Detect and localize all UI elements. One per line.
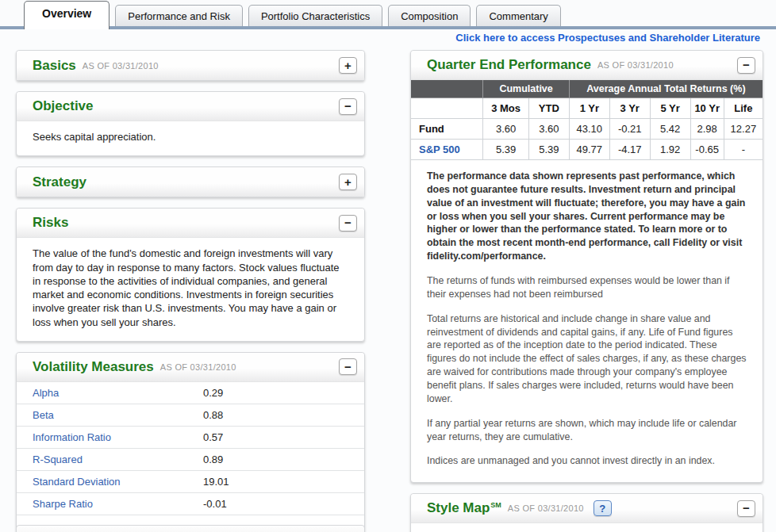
style-map-title: Style MapSM (427, 500, 501, 516)
table-cell: 12.27 (724, 119, 763, 140)
standard-deviation-link[interactable]: Standard Deviation (17, 471, 190, 492)
style-map-as-of: AS OF 03/31/2010 (508, 503, 584, 513)
fund-row-label: Fund (411, 119, 483, 140)
performance-disclaimer: The performance data shown represents pa… (411, 160, 763, 482)
r-squared-value: 0.89 (190, 449, 364, 470)
risks-collapse-button[interactable]: − (339, 215, 357, 232)
information-ratio-value: 0.57 (190, 427, 364, 448)
disclaimer-paragraph: Indices are unmanaged and you cannot inv… (427, 454, 747, 468)
risks-body: The value of the fund's domestic and for… (17, 238, 364, 341)
style-map-body: Value Blend Growth Large Mid Curre (411, 523, 763, 532)
style-map-header: Style MapSM AS OF 03/31/2010 ? − (411, 494, 763, 523)
risks-panel: Risks − The value of the fund's domestic… (16, 208, 365, 342)
empty-header-cell (411, 80, 483, 98)
table-cell: 1.92 (650, 140, 690, 160)
table-cell: - (724, 140, 763, 160)
prospectus-link[interactable]: Click here to access Prospectuses and Sh… (455, 32, 760, 44)
tab-commentary[interactable]: Commentary (476, 5, 560, 26)
information-ratio-link[interactable]: Information Ratio (17, 427, 190, 448)
beta-link[interactable]: Beta (17, 404, 190, 426)
tab-overview[interactable]: Overview (24, 1, 109, 29)
disclaimer-paragraph: Total returns are historical and include… (427, 312, 747, 406)
average-returns-group-header: Average Annual Total Returns (%) (569, 80, 763, 98)
table-cell: -4.17 (609, 140, 650, 160)
style-map-collapse-button[interactable]: − (737, 500, 755, 517)
volatility-table: Alpha 0.29 Beta 0.88 Information Ratio 0… (17, 382, 364, 515)
objective-header: Objective − (17, 92, 364, 121)
col-header: 5 Yr (650, 98, 690, 119)
table-cell: -0.65 (690, 140, 724, 160)
performance-collapse-button[interactable]: − (737, 57, 755, 74)
strategy-expand-button[interactable]: + (339, 174, 357, 190)
basics-title: Basics (33, 58, 76, 74)
right-column: Quarter End Performance AS OF 03/31/2010… (410, 50, 763, 532)
tab-composition[interactable]: Composition (388, 5, 471, 26)
table-row: Information Ratio 0.57 (17, 427, 364, 449)
table-row: Beta 0.88 (17, 404, 364, 427)
objective-body: Seeks capital appreciation. (17, 121, 364, 155)
col-header: Life (724, 98, 763, 119)
table-row: 3 Mos YTD 1 Yr 3 Yr 5 Yr 10 Yr Life (411, 98, 763, 119)
risks-title: Risks (33, 215, 68, 231)
performance-title: Quarter End Performance (427, 57, 591, 73)
beta-value: 0.88 (190, 404, 364, 426)
table-row: S&P 500 5.39 5.39 49.77 -4.17 1.92 -0.65… (411, 140, 763, 160)
volatility-collapse-button[interactable]: − (339, 358, 357, 375)
cumulative-group-header: Cumulative (483, 80, 570, 98)
risks-header: Risks − (17, 209, 364, 238)
volatility-header: Volatility Measures AS OF 03/31/2010 − (17, 353, 364, 382)
sp500-link[interactable]: S&P 500 (411, 140, 483, 160)
table-cell: 5.39 (528, 140, 569, 160)
performance-header: Quarter End Performance AS OF 03/31/2010… (411, 51, 763, 80)
tab-portfolio-characteristics[interactable]: Portfolio Characteristics (248, 5, 382, 26)
table-cell: 43.10 (569, 119, 609, 140)
partial-panel (16, 525, 365, 532)
table-cell: 5.39 (483, 140, 529, 160)
table-row: Standard Deviation 19.01 (17, 471, 364, 493)
tab-performance-and-risk[interactable]: Performance and Risk (115, 5, 243, 26)
disclaimer-paragraph: The returns of funds with reimbursed exp… (427, 274, 747, 301)
empty-header-cell (411, 98, 483, 119)
table-cell: 3.60 (528, 119, 569, 140)
sharpe-ratio-link[interactable]: Sharpe Ratio (17, 493, 190, 515)
table-cell: 2.98 (690, 119, 724, 140)
col-header: 3 Yr (609, 98, 650, 119)
table-row: Alpha 0.29 (17, 382, 364, 404)
volatility-panel: Volatility Measures AS OF 03/31/2010 − A… (16, 352, 365, 532)
disclaimer-paragraph: The performance data shown represents pa… (427, 170, 747, 263)
style-map-superscript: SM (490, 501, 501, 509)
basics-expand-button[interactable]: + (339, 57, 357, 74)
col-header: 10 Yr (690, 98, 724, 119)
table-cell: 3.60 (483, 119, 529, 140)
objective-panel: Objective − Seeks capital appreciation. (16, 91, 365, 156)
strategy-header: Strategy + (17, 167, 364, 197)
basics-panel: Basics AS OF 03/31/2010 + (16, 50, 365, 81)
col-header: 3 Mos (483, 98, 529, 119)
help-icon[interactable]: ? (594, 500, 612, 516)
basics-as-of: AS OF 03/31/2010 (83, 61, 159, 71)
basics-header: Basics AS OF 03/31/2010 + (17, 51, 364, 80)
left-column: Basics AS OF 03/31/2010 + Objective − Se… (16, 50, 365, 532)
table-cell: 49.77 (569, 140, 609, 160)
tab-bar: Overview Performance and Risk Portfolio … (0, 0, 776, 29)
volatility-title: Volatility Measures (33, 359, 154, 375)
objective-title: Objective (33, 98, 94, 114)
quarter-end-performance-panel: Quarter End Performance AS OF 03/31/2010… (410, 50, 763, 483)
volatility-as-of: AS OF 03/31/2010 (160, 362, 236, 372)
table-cell: -0.21 (609, 119, 650, 140)
disclaimer-paragraph: If any partial year returns are shown, w… (427, 417, 747, 444)
objective-collapse-button[interactable]: − (339, 98, 357, 115)
performance-table: Cumulative Average Annual Total Returns … (411, 80, 763, 160)
strategy-title: Strategy (33, 174, 86, 190)
performance-as-of: AS OF 03/31/2010 (597, 60, 674, 70)
col-header: 1 Yr (569, 98, 609, 119)
alpha-value: 0.29 (190, 382, 364, 404)
col-header: YTD (528, 98, 569, 119)
r-squared-link[interactable]: R-Squared (17, 449, 190, 470)
table-row: Fund 3.60 3.60 43.10 -0.21 5.42 2.98 12.… (411, 119, 763, 140)
table-row: Sharpe Ratio -0.01 (17, 493, 364, 515)
table-cell: 5.42 (650, 119, 690, 140)
alpha-link[interactable]: Alpha (17, 382, 190, 404)
standard-deviation-value: 19.01 (190, 471, 364, 492)
table-row: R-Squared 0.89 (17, 449, 364, 471)
